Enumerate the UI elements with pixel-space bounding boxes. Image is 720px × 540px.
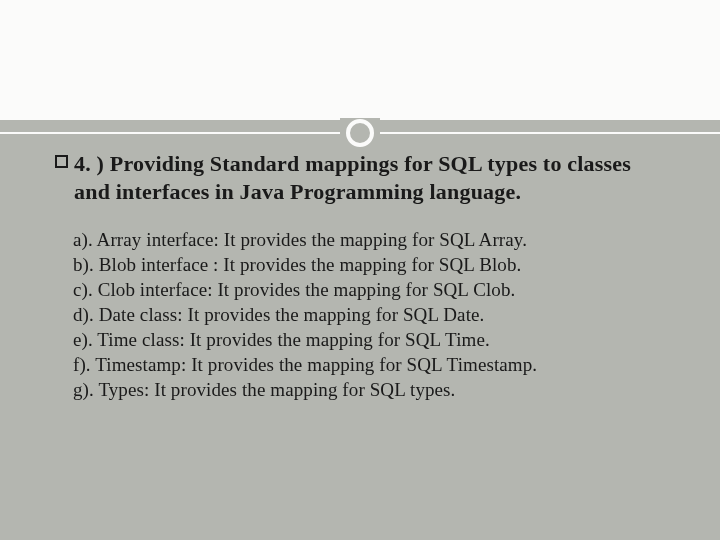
top-band bbox=[0, 0, 720, 120]
content-area: 4. ) Providing Standard mappings for SQL… bbox=[55, 150, 665, 403]
circle-decor-icon bbox=[346, 119, 374, 147]
list-item: a). Array interface: It provides the map… bbox=[73, 227, 665, 252]
list-item: d). Date class: It provides the mapping … bbox=[73, 302, 665, 327]
slide-heading: 4. ) Providing Standard mappings for SQL… bbox=[74, 150, 665, 205]
list-item: f). Timestamp: It provides the mapping f… bbox=[73, 352, 665, 377]
list-item: b). Blob interface : It provides the map… bbox=[73, 252, 665, 277]
body-text: a). Array interface: It provides the map… bbox=[73, 227, 665, 403]
list-item: e). Time class: It provides the mapping … bbox=[73, 327, 665, 352]
square-bullet-icon bbox=[55, 155, 68, 168]
slide: 4. ) Providing Standard mappings for SQL… bbox=[0, 0, 720, 540]
list-item: c). Clob interface: It provides the mapp… bbox=[73, 277, 665, 302]
list-item: g). Types: It provides the mapping for S… bbox=[73, 377, 665, 402]
heading-row: 4. ) Providing Standard mappings for SQL… bbox=[55, 150, 665, 205]
